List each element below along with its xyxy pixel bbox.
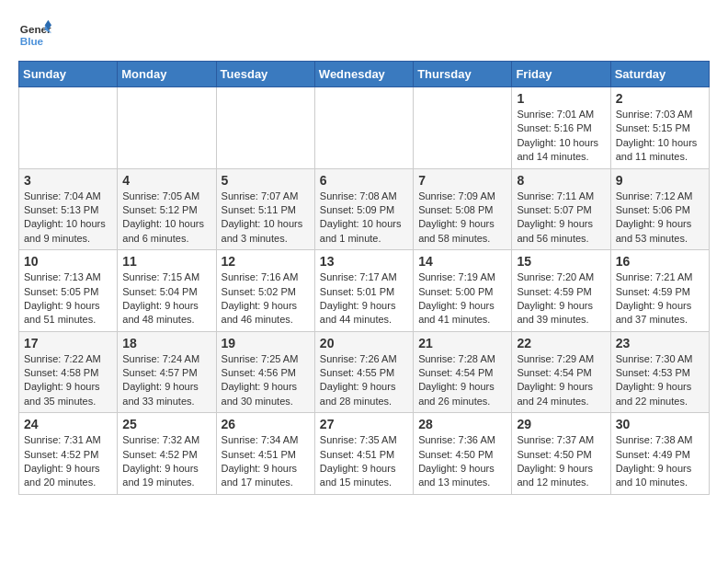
day-number: 16 <box>616 254 704 269</box>
calendar-cell: 24Sunrise: 7:31 AM Sunset: 4:52 PM Dayli… <box>19 413 118 495</box>
logo: General Blue <box>18 18 51 52</box>
day-number: 28 <box>418 417 506 431</box>
day-info: Sunrise: 7:20 AM Sunset: 4:59 PM Dayligh… <box>517 270 605 327</box>
day-number: 13 <box>320 254 408 269</box>
day-number: 29 <box>517 417 605 431</box>
calendar-cell: 13Sunrise: 7:17 AM Sunset: 5:01 PM Dayli… <box>314 250 413 332</box>
day-info: Sunrise: 7:30 AM Sunset: 4:53 PM Dayligh… <box>616 352 704 409</box>
week-row-3: 10Sunrise: 7:13 AM Sunset: 5:05 PM Dayli… <box>19 250 710 332</box>
day-info: Sunrise: 7:34 AM Sunset: 4:51 PM Dayligh… <box>222 433 310 490</box>
day-info: Sunrise: 7:29 AM Sunset: 4:54 PM Dayligh… <box>517 352 605 409</box>
calendar-table: SundayMondayTuesdayWednesdayThursdayFrid… <box>18 61 710 495</box>
day-info: Sunrise: 7:24 AM Sunset: 4:57 PM Dayligh… <box>122 352 210 409</box>
calendar-cell: 26Sunrise: 7:34 AM Sunset: 4:51 PM Dayli… <box>216 413 314 495</box>
calendar-cell: 23Sunrise: 7:30 AM Sunset: 4:53 PM Dayli… <box>610 331 709 413</box>
day-info: Sunrise: 7:26 AM Sunset: 4:55 PM Dayligh… <box>320 352 408 409</box>
day-info: Sunrise: 7:32 AM Sunset: 4:52 PM Dayligh… <box>122 433 210 490</box>
calendar-cell: 29Sunrise: 7:37 AM Sunset: 4:50 PM Dayli… <box>512 413 610 495</box>
day-number: 8 <box>517 173 605 188</box>
day-number: 1 <box>517 91 605 106</box>
calendar-cell: 10Sunrise: 7:13 AM Sunset: 5:05 PM Dayli… <box>19 250 118 332</box>
calendar-cell: 1Sunrise: 7:01 AM Sunset: 5:16 PM Daylig… <box>512 87 610 169</box>
calendar-cell: 30Sunrise: 7:38 AM Sunset: 4:49 PM Dayli… <box>610 413 709 495</box>
day-number: 19 <box>222 336 310 350</box>
week-row-5: 24Sunrise: 7:31 AM Sunset: 4:52 PM Dayli… <box>19 413 710 495</box>
day-header-saturday: Saturday <box>610 62 709 87</box>
day-info: Sunrise: 7:03 AM Sunset: 5:15 PM Dayligh… <box>616 108 704 165</box>
day-number: 5 <box>222 173 310 188</box>
day-info: Sunrise: 7:16 AM Sunset: 5:02 PM Dayligh… <box>222 270 310 327</box>
calendar-cell: 7Sunrise: 7:09 AM Sunset: 5:08 PM Daylig… <box>414 168 512 250</box>
calendar-cell: 2Sunrise: 7:03 AM Sunset: 5:15 PM Daylig… <box>610 87 709 169</box>
day-info: Sunrise: 7:21 AM Sunset: 4:59 PM Dayligh… <box>616 270 704 327</box>
day-info: Sunrise: 7:05 AM Sunset: 5:12 PM Dayligh… <box>122 190 210 247</box>
calendar-cell: 20Sunrise: 7:26 AM Sunset: 4:55 PM Dayli… <box>314 331 413 413</box>
calendar-cell <box>19 87 118 169</box>
week-row-2: 3Sunrise: 7:04 AM Sunset: 5:13 PM Daylig… <box>19 168 710 250</box>
logo-icon: General Blue <box>18 18 51 52</box>
calendar-cell: 17Sunrise: 7:22 AM Sunset: 4:58 PM Dayli… <box>19 331 118 413</box>
day-number: 9 <box>616 173 704 188</box>
day-number: 11 <box>122 254 210 269</box>
day-number: 3 <box>24 173 112 188</box>
calendar-header-row: SundayMondayTuesdayWednesdayThursdayFrid… <box>19 62 710 87</box>
day-info: Sunrise: 7:37 AM Sunset: 4:50 PM Dayligh… <box>517 433 605 490</box>
day-info: Sunrise: 7:35 AM Sunset: 4:51 PM Dayligh… <box>320 433 408 490</box>
day-info: Sunrise: 7:31 AM Sunset: 4:52 PM Dayligh… <box>24 433 112 490</box>
day-info: Sunrise: 7:07 AM Sunset: 5:11 PM Dayligh… <box>222 190 310 247</box>
calendar-cell: 19Sunrise: 7:25 AM Sunset: 4:56 PM Dayli… <box>216 331 314 413</box>
day-info: Sunrise: 7:22 AM Sunset: 4:58 PM Dayligh… <box>24 352 112 409</box>
calendar-cell: 4Sunrise: 7:05 AM Sunset: 5:12 PM Daylig… <box>118 168 216 250</box>
day-number: 24 <box>24 417 112 431</box>
calendar-cell: 5Sunrise: 7:07 AM Sunset: 5:11 PM Daylig… <box>216 168 314 250</box>
day-number: 6 <box>320 173 408 188</box>
calendar-cell: 6Sunrise: 7:08 AM Sunset: 5:09 PM Daylig… <box>314 168 413 250</box>
day-number: 21 <box>418 336 506 350</box>
day-info: Sunrise: 7:04 AM Sunset: 5:13 PM Dayligh… <box>24 190 112 247</box>
day-number: 26 <box>222 417 310 431</box>
calendar-cell: 14Sunrise: 7:19 AM Sunset: 5:00 PM Dayli… <box>414 250 512 332</box>
day-info: Sunrise: 7:12 AM Sunset: 5:06 PM Dayligh… <box>616 190 704 247</box>
day-number: 14 <box>418 254 506 269</box>
day-number: 4 <box>122 173 210 188</box>
day-number: 7 <box>418 173 506 188</box>
day-number: 22 <box>517 336 605 350</box>
day-number: 17 <box>24 336 112 350</box>
calendar-cell: 18Sunrise: 7:24 AM Sunset: 4:57 PM Dayli… <box>118 331 216 413</box>
calendar-cell: 3Sunrise: 7:04 AM Sunset: 5:13 PM Daylig… <box>19 168 118 250</box>
calendar-cell: 12Sunrise: 7:16 AM Sunset: 5:02 PM Dayli… <box>216 250 314 332</box>
day-info: Sunrise: 7:11 AM Sunset: 5:07 PM Dayligh… <box>517 190 605 247</box>
day-info: Sunrise: 7:17 AM Sunset: 5:01 PM Dayligh… <box>320 270 408 327</box>
day-header-thursday: Thursday <box>414 62 512 87</box>
day-info: Sunrise: 7:13 AM Sunset: 5:05 PM Dayligh… <box>24 270 112 327</box>
week-row-4: 17Sunrise: 7:22 AM Sunset: 4:58 PM Dayli… <box>19 331 710 413</box>
day-info: Sunrise: 7:36 AM Sunset: 4:50 PM Dayligh… <box>418 433 506 490</box>
day-info: Sunrise: 7:08 AM Sunset: 5:09 PM Dayligh… <box>320 190 408 247</box>
day-header-friday: Friday <box>512 62 610 87</box>
day-number: 12 <box>222 254 310 269</box>
day-info: Sunrise: 7:19 AM Sunset: 5:00 PM Dayligh… <box>418 270 506 327</box>
calendar-cell: 15Sunrise: 7:20 AM Sunset: 4:59 PM Dayli… <box>512 250 610 332</box>
calendar-cell <box>216 87 314 169</box>
calendar-cell: 22Sunrise: 7:29 AM Sunset: 4:54 PM Dayli… <box>512 331 610 413</box>
calendar-cell <box>118 87 216 169</box>
calendar-cell: 11Sunrise: 7:15 AM Sunset: 5:04 PM Dayli… <box>118 250 216 332</box>
calendar-cell <box>314 87 413 169</box>
day-info: Sunrise: 7:25 AM Sunset: 4:56 PM Dayligh… <box>222 352 310 409</box>
day-number: 30 <box>616 417 704 431</box>
page-header: General Blue <box>18 18 710 52</box>
day-number: 25 <box>122 417 210 431</box>
day-number: 18 <box>122 336 210 350</box>
day-info: Sunrise: 7:15 AM Sunset: 5:04 PM Dayligh… <box>122 270 210 327</box>
calendar-cell: 9Sunrise: 7:12 AM Sunset: 5:06 PM Daylig… <box>610 168 709 250</box>
day-number: 20 <box>320 336 408 350</box>
calendar-cell: 21Sunrise: 7:28 AM Sunset: 4:54 PM Dayli… <box>414 331 512 413</box>
calendar-cell: 16Sunrise: 7:21 AM Sunset: 4:59 PM Dayli… <box>610 250 709 332</box>
day-number: 2 <box>616 91 704 106</box>
day-header-monday: Monday <box>118 62 216 87</box>
day-number: 10 <box>24 254 112 269</box>
calendar-cell: 25Sunrise: 7:32 AM Sunset: 4:52 PM Dayli… <box>118 413 216 495</box>
calendar-cell: 8Sunrise: 7:11 AM Sunset: 5:07 PM Daylig… <box>512 168 610 250</box>
day-header-sunday: Sunday <box>19 62 118 87</box>
day-info: Sunrise: 7:01 AM Sunset: 5:16 PM Dayligh… <box>517 108 605 165</box>
